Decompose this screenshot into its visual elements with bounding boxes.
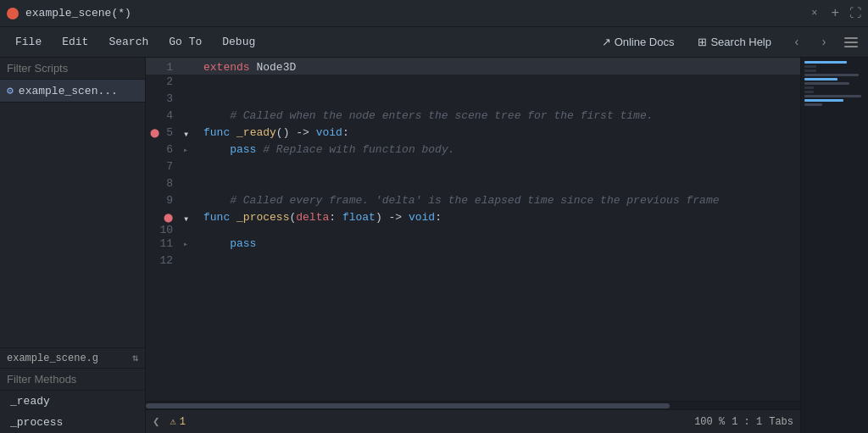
warning-icon: ⚠ (170, 415, 175, 428)
methods-filename: example_scene.g (7, 353, 98, 364)
table-row: 11 ▸ pass (146, 236, 800, 253)
minimap-line (804, 82, 849, 85)
menu-file[interactable]: File (7, 32, 50, 52)
hamburger-menu-button[interactable] (841, 32, 861, 53)
code-container[interactable]: 1 extends Node3D 2 3 (146, 58, 800, 401)
line-arrow (183, 159, 200, 176)
script-item-label: example_scen... (19, 85, 118, 97)
minimap-line (804, 78, 837, 80)
line-number: 2 (146, 75, 183, 92)
menu-search[interactable]: Search (100, 32, 157, 52)
gear-icon: ⚙ (7, 84, 14, 97)
line-code[interactable]: # Called every frame. 'delta' is the ela… (200, 193, 800, 210)
warning-count: 1 (180, 416, 186, 428)
table-row: 7 (146, 159, 800, 176)
minimap-line (804, 91, 814, 93)
line-code[interactable]: func _ready() -> void: (200, 125, 800, 142)
line-number: 7 (146, 159, 183, 176)
line-code[interactable]: extends Node3D (200, 58, 800, 75)
menu-right: ↗ Online Docs ⊞ Search Help ‹ › (593, 32, 861, 53)
table-row: 4 # Called when the node enters the scen… (146, 108, 800, 125)
search-help-icon: ⊞ (698, 36, 707, 48)
sort-icon[interactable]: ⇅ (132, 352, 138, 364)
line-arrow: ▾ (183, 125, 200, 142)
line-number: 1 (146, 58, 183, 75)
scrollbar-thumb[interactable] (146, 403, 670, 408)
line-arrow (183, 193, 200, 210)
table-row: 2 (146, 75, 800, 92)
horizontal-scrollbar[interactable] (146, 401, 800, 409)
tab-label[interactable]: example_scene(*) (25, 7, 801, 19)
minimap-line (804, 74, 859, 76)
breakpoint-icon: ⬤ (164, 214, 173, 223)
minimap-line (804, 103, 822, 106)
line-number: ⬤ 5 (146, 125, 183, 142)
status-zoom: 100 % (694, 416, 725, 428)
line-code[interactable]: func _process(delta: float) -> void: (200, 210, 800, 236)
nav-forward-button[interactable]: › (814, 32, 834, 53)
table-row: ⬤ 10 ▾ func _process(delta: float) -> vo… (146, 210, 800, 236)
status-left-arrow[interactable]: ❮ (153, 414, 159, 429)
line-arrow (183, 108, 200, 125)
minimap (800, 58, 868, 433)
minimap-line (804, 65, 816, 68)
nav-back-button[interactable]: ‹ (787, 32, 807, 53)
external-link-icon: ↗ (602, 36, 611, 48)
status-tabs: Tabs (769, 416, 793, 428)
search-help-label: Search Help (710, 36, 771, 48)
line-code[interactable] (200, 75, 800, 92)
menu-edit[interactable]: Edit (53, 32, 97, 52)
line-arrow: ▸ (183, 142, 200, 159)
maximize-button[interactable]: ⛶ (849, 7, 861, 20)
minimap-line (804, 69, 816, 72)
line-arrow (183, 58, 200, 75)
status-bar: ❮ ⚠ 1 100 % 1 : 1 Tabs (146, 409, 800, 433)
main-layout: 🔍 ⚙ example_scen... example_scene.g ⇅ 🔍 … (0, 58, 868, 433)
hamburger-line (844, 37, 858, 39)
line-number: 11 (146, 236, 183, 253)
line-arrow (183, 253, 200, 270)
window-icon (7, 8, 19, 19)
status-warning: ⚠ 1 (170, 415, 185, 428)
method-item-ready[interactable]: _ready (0, 391, 145, 412)
line-code[interactable] (200, 176, 800, 193)
breakpoint-icon: ⬤ (150, 129, 159, 138)
method-item-process[interactable]: _process (0, 412, 145, 433)
minimap-line (804, 99, 843, 102)
script-item[interactable]: ⚙ example_scen... (0, 80, 145, 103)
line-code[interactable]: pass (200, 236, 800, 253)
line-number: 8 (146, 176, 183, 193)
filter-scripts-input[interactable] (7, 62, 149, 75)
table-row: 12 (146, 253, 800, 270)
line-arrow: ▸ (183, 236, 200, 253)
search-help-button[interactable]: ⊞ Search Help (689, 32, 780, 52)
minimap-line (804, 95, 861, 97)
line-arrow (183, 92, 200, 108)
minimap-line (804, 61, 847, 64)
bottom-sidebar: example_scene.g ⇅ 🔍 _ready _process (0, 347, 145, 433)
line-code[interactable]: pass # Replace with function body. (200, 142, 800, 159)
table-row: 3 (146, 92, 800, 108)
line-number: ⬤ 10 (146, 210, 183, 236)
line-code[interactable] (200, 92, 800, 108)
filter-scripts-bar: 🔍 (0, 58, 145, 80)
title-bar: example_scene(*) × + ⛶ (0, 0, 868, 27)
minimap-line (804, 86, 814, 89)
online-docs-button[interactable]: ↗ Online Docs (593, 32, 683, 52)
line-code[interactable] (200, 159, 800, 176)
line-code[interactable] (200, 253, 800, 270)
filter-methods-input[interactable] (7, 373, 149, 386)
line-code[interactable]: # Called when the node enters the scene … (200, 108, 800, 125)
menu-debug[interactable]: Debug (214, 32, 264, 52)
line-number: 9 (146, 193, 183, 210)
menu-goto[interactable]: Go To (160, 32, 210, 52)
code-table: 1 extends Node3D 2 3 (146, 58, 800, 270)
table-row: 1 extends Node3D (146, 58, 800, 75)
online-docs-label: Online Docs (615, 36, 675, 48)
tab-add-button[interactable]: + (827, 6, 843, 21)
line-number: 6 (146, 142, 183, 159)
table-row: ⬤ 5 ▾ func _ready() -> void: (146, 125, 800, 142)
line-arrow (183, 176, 200, 193)
tab-close-button[interactable]: × (808, 6, 821, 21)
line-number: 3 (146, 92, 183, 108)
